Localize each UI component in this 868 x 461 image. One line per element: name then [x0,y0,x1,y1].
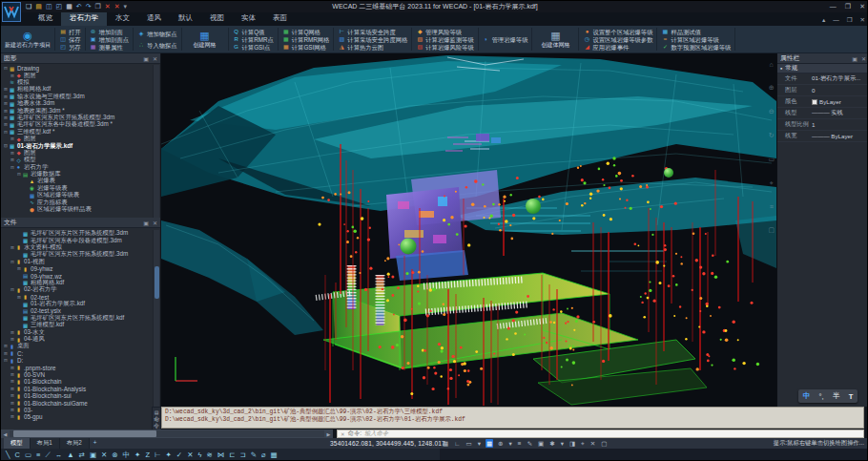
draw-tool-icon-16[interactable]: ✦ [166,450,172,461]
draw-tool-icon-2[interactable]: C [15,450,20,461]
draw-tool-icon-12[interactable]: 中 [123,450,131,461]
ribbon-button[interactable]: G计算GSI点 [233,43,274,51]
draw-tool-icon-11[interactable]: ⊗ [112,450,117,461]
draw-tool-icon-13[interactable]: ✦ [134,450,140,461]
tree-item[interactable]: ⊟▮02-岩石力学 [1,286,151,293]
draw-tool-icon-20[interactable]: ≋ [206,450,212,461]
tree-item[interactable]: ⊞▮05-gpu [1,413,151,420]
tree-item[interactable]: ⊞▮00-SVN [1,371,151,378]
tree-item[interactable]: ⊟▮D: [1,357,151,364]
draw-tool-icon-17[interactable]: ✓ [176,450,182,461]
tree-item[interactable]: ⊞▮01-Blockchain [1,378,151,385]
ribbon-button[interactable]: ●设置整个区域岩爆等级 [583,28,652,35]
close-icon[interactable]: ✕ [153,220,157,226]
command-history[interactable]: D:\wecad_sdk_ky\3d_cad_2\bin_git\矿池-典型例题… [161,407,864,429]
scroll-left-icon[interactable]: ◀ [1,431,10,437]
pin-icon[interactable]: ▣ [143,220,149,226]
ribbon-button[interactable]: ◢应用岩爆事件 [583,43,652,51]
layout-tab-1[interactable]: 模型 [4,438,31,449]
ribbon-button[interactable]: ◷设置区域岩爆等级参数 [583,35,652,43]
scrollbar-thumb[interactable] [13,430,156,437]
ribbon-button[interactable]: ▦测量属性 [90,43,129,51]
draw-tool-icon-22[interactable]: ⊏ [229,450,235,461]
menu-tab-7[interactable]: 实体 [233,11,264,26]
nav-tool-icon-6[interactable]: ⌖ [768,179,775,187]
minimize-icon[interactable]: — [830,1,837,12]
status-icon-14[interactable]: ⌖ [580,439,586,448]
draw-tool-icon-1[interactable]: ╲ [6,450,10,461]
scrollbar-thumb[interactable] [155,266,159,299]
draw-tool-icon-14[interactable]: Z [145,450,150,461]
status-icon-15[interactable]: ✕ [589,439,596,448]
menu-tab-4[interactable]: 通风 [138,11,170,26]
draw-tool-icon-25[interactable]: ⌀ [261,450,266,461]
command-input[interactable]: ✕ 命令: 输入命令 [337,430,864,438]
draw-tool-icon-23[interactable]: ⊐ [240,450,246,461]
ribbon-button[interactable]: ◮计算热力云图 [338,43,407,51]
draw-tool-icon-6[interactable]: ↔ [55,450,63,461]
doc-close-icon[interactable]: ✕ [860,16,865,24]
ribbon-button[interactable]: R计算RMR点 [233,35,274,43]
ribbon-button[interactable]: ▦计算GSI网格 [282,43,330,51]
pin-icon[interactable]: ▣ [143,55,149,62]
draw-tool-icon-7[interactable]: ▲ [67,450,73,461]
tree-item[interactable]: ▤09-yhwz.wz [1,272,151,279]
tree-item[interactable]: ⊞▮01-Blockchain-Analysis [1,386,151,392]
nav-tool-icon-8[interactable]: ▢ [768,226,775,234]
tree-item[interactable]: ⊟▮01-视图 [1,259,151,265]
tree-item[interactable]: ▦毛坪矿区河东片区开拓系统模型.kdf [1,315,151,322]
scroll-right-icon[interactable]: ▶ [324,431,333,437]
ribbon-button[interactable]: ◆管理风险等级 [416,28,473,35]
undo-icon[interactable]: ↶ [76,2,82,11]
nav-tool-icon-1[interactable]: ⌂ [768,61,775,68]
pin-icon[interactable]: ▣ [852,55,858,62]
ime-toolbar[interactable]: 中°,半T [798,389,858,403]
draw-tool-icon-4[interactable]: ≡ [36,450,40,461]
status-icon-13[interactable]: ◨ [568,439,576,448]
property-value[interactable]: ——— 实线 [812,109,843,117]
property-value[interactable]: ByLayer [812,98,841,105]
new-file-icon[interactable]: ❏ [26,2,31,11]
status-icon-8[interactable]: ≡ [517,439,523,448]
redo-icon[interactable]: ↷ [86,2,92,11]
open-file-icon[interactable]: ▤ [35,2,42,11]
status-icon-1[interactable]: ▦ [442,439,449,448]
menu-tab-5[interactable]: 默认 [170,11,201,26]
status-icon-4[interactable]: ▾ [477,439,482,448]
tree-item[interactable]: ⊟▤岩爆数据库 [1,171,151,178]
tree-item[interactable]: ⊞▮桌面 [1,343,151,349]
ime-punct-icon[interactable]: °, [818,392,823,401]
ribbon-button[interactable]: ▨计算采场安全跨度网格 [338,35,407,43]
properties-section-general[interactable]: ▪ 常规 [777,64,868,73]
ribbon-button[interactable]: ▦创建体网格 [534,27,576,52]
ribbon-button[interactable]: ⊢计算采场安全跨度 [338,28,407,35]
add-layout-icon[interactable]: + [90,438,101,449]
ribbon-button[interactable]: ≈计算区域岩爆等级 [661,35,731,43]
status-icon-9[interactable]: ✎ [527,439,533,448]
ime-width-icon[interactable]: 半 [833,391,840,401]
status-icon-10[interactable]: ▣ [537,439,545,448]
status-icon-12[interactable]: ▾ [560,439,565,448]
close-icon[interactable]: ✕ [859,1,865,12]
layout-tab-2[interactable]: 布局1 [31,438,60,449]
draw-tool-icon-5[interactable]: ⟋ [45,450,50,461]
ribbon-button[interactable]: ▦计算RMR网格 [282,35,330,43]
viewport-nav-toolbar[interactable]: ⌂⊕⊖↻▭⌖≡▢ [768,61,775,234]
draw-tool-icon-3[interactable]: ▭ [25,450,31,461]
doc-pin-icon[interactable]: ▴ [822,16,825,24]
ribbon-button[interactable]: ✓数字预测区域岩爆等级 [661,43,731,51]
status-icon-3[interactable]: ▭ [465,439,473,448]
close-all-icon[interactable]: ✕ [114,2,120,11]
3d-viewport[interactable]: ⌂⊕⊖↻▭⌖≡▢ [161,53,776,407]
ribbon-button[interactable]: ▦创建网格 [184,27,226,52]
status-icon-7[interactable]: ▾ [508,439,513,448]
graph-scrollbar[interactable] [153,65,159,218]
ribbon-button[interactable]: ◉新建岩石力学项目 [3,27,52,52]
horizontal-scrollbar[interactable]: ◀ ▶ [1,430,333,438]
close-icon[interactable]: ✕ [861,55,866,62]
close-icon[interactable]: ✕ [153,55,157,62]
draw-tool-icon-8[interactable]: ⇄ [79,450,85,461]
draw-tool-icon-9[interactable]: ▣ [90,450,96,461]
print-icon[interactable]: ▦ [66,2,72,11]
tree-item[interactable]: ⊞▮01-Blockchain-sui [1,392,151,399]
